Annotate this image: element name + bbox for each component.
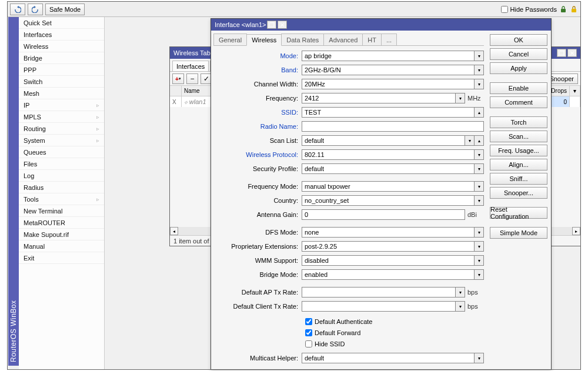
simple-mode-button[interactable]: Simple Mode [490,227,547,239]
ssid-input[interactable]: TEST [302,107,475,118]
close-icon[interactable]: ✕ [278,21,287,29]
collapse-icon[interactable]: ▴ [475,135,484,146]
dropdown-icon[interactable]: ▾ [475,227,484,238]
dropdown-icon[interactable]: ▾ [475,353,484,363]
tab-ht[interactable]: HT [362,34,382,45]
sidebar-item-quick-set[interactable]: Quick Set [19,17,104,29]
mcast-input[interactable]: default [302,353,475,363]
comment-button[interactable]: Comment [490,96,547,108]
hide-passwords-checkbox[interactable]: Hide Passwords [501,6,557,13]
col-flag[interactable] [170,86,182,96]
dropdown-icon[interactable]: ▾ [475,163,484,174]
cancel-button[interactable]: Cancel [490,48,547,60]
country-input[interactable]: no_country_set [302,195,475,206]
sidebar-item-routing[interactable]: Routing▹ [19,123,104,135]
remove-button[interactable]: − [186,73,198,84]
bridge-input[interactable]: enabled [302,269,475,280]
dropdown-icon[interactable]: ▾ [456,93,465,103]
scroll-right-icon[interactable]: ▸ [572,227,580,235]
sec-input[interactable]: default [302,163,475,174]
scan-input[interactable]: default [302,135,465,146]
wireless-form: Mode:ap bridge▾ Band:2GHz-B/G/N▾ Channel… [213,46,484,367]
add-button[interactable]: +▾ [172,73,184,84]
sidebar-item-make-supout[interactable]: Make Supout.rif [19,229,104,240]
safe-mode-button[interactable]: Safe Mode [45,4,85,15]
sidebar-item-new-terminal[interactable]: New Terminal [19,205,104,217]
collapse-icon[interactable]: ▴ [475,107,484,118]
dialog-title-bar[interactable]: Interface <wlan1> ❐ ✕ [211,19,551,31]
apply-button[interactable]: Apply [490,62,547,74]
gain-input[interactable]: 0 [302,209,465,220]
mode-input[interactable]: ap bridge [302,51,475,61]
tab-wireless[interactable]: Wireless [246,34,282,46]
sidebar-item-exit[interactable]: Exit [19,252,104,264]
wmm-input[interactable]: disabled [302,255,475,266]
hide-ssid-checkbox[interactable] [305,340,312,347]
fmode-input[interactable]: manual txpower [302,181,475,192]
undo-button[interactable] [10,4,25,15]
freq-input[interactable]: 2412 [302,93,456,103]
sniff-button[interactable]: Sniff... [490,173,547,185]
enable-button[interactable]: Enable [490,82,547,94]
sidebar-item-log[interactable]: Log [19,170,104,182]
snooper-button[interactable]: Snooper... [490,187,547,199]
dfs-input[interactable]: none [302,227,475,238]
ok-button[interactable]: OK [490,34,547,46]
dropdown-icon[interactable]: ▾ [475,195,484,206]
sidebar-item-ip[interactable]: IP▹ [19,99,104,111]
tab-data-rates[interactable]: Data Rates [281,34,324,45]
sidebar-item-label: Routing [24,125,96,132]
dropdown-icon[interactable]: ▾ [475,241,484,252]
dropdown-icon[interactable]: ▾ [475,65,484,75]
radio-input[interactable] [302,121,484,132]
close-icon[interactable]: ✕ [567,49,577,57]
sidebar-item-tools[interactable]: Tools▹ [19,193,104,205]
sidebar-item-radius[interactable]: Radius [19,182,104,193]
dropdown-icon[interactable]: ▾ [475,181,484,192]
cltx-input[interactable] [302,301,456,312]
tab-general[interactable]: General [213,34,247,45]
sidebar-item-system[interactable]: System▹ [19,135,104,146]
hide-passwords-check[interactable] [501,6,508,13]
dropdown-icon[interactable]: ▾ [475,149,484,160]
sidebar-item-metarouter[interactable]: MetaROUTER [19,217,104,229]
expand-icon[interactable]: ▾ [456,301,465,312]
dropdown-icon[interactable]: ▾ [475,51,484,61]
col-sort-icon[interactable]: ▾ [570,86,580,96]
default-forward-checkbox[interactable] [305,329,312,336]
scan-button[interactable]: Scan... [490,131,547,142]
reset-configuration-button[interactable]: Reset Configuration [490,207,547,219]
default-authenticate-checkbox[interactable] [305,318,312,325]
sidebar-item-ppp[interactable]: PPP [19,64,104,76]
tab-more[interactable]: ... [381,34,397,45]
prop-input[interactable]: post-2.9.25 [302,241,475,252]
expand-icon[interactable]: ▾ [456,287,465,298]
sidebar-item-mpls[interactable]: MPLS▹ [19,111,104,123]
sidebar-item-mesh[interactable]: Mesh [19,88,104,99]
dropdown-icon[interactable]: ▾ [475,269,484,280]
restore-icon[interactable]: ❐ [267,21,276,29]
sidebar-item-manual[interactable]: Manual [19,240,104,252]
restore-icon[interactable]: ❐ [557,49,566,57]
sidebar-item-label: Interfaces [24,31,99,38]
tab-interfaces[interactable]: Interfaces [172,61,209,71]
sidebar-item-interfaces[interactable]: Interfaces [19,29,104,41]
chwidth-input[interactable]: 20MHz [302,79,475,89]
scroll-left-icon[interactable]: ◂ [170,227,178,235]
proto-input[interactable]: 802.11 [302,149,475,160]
redo-button[interactable] [28,4,43,15]
sidebar-item-queues[interactable]: Queues [19,146,104,158]
sidebar-item-bridge[interactable]: Bridge [19,52,104,64]
align-button[interactable]: Align... [490,159,547,171]
sidebar-item-wireless[interactable]: Wireless [19,41,104,52]
dropdown-icon[interactable]: ▾ [475,255,484,266]
dropdown-icon[interactable]: ▾ [465,135,475,146]
freq-usage-button[interactable]: Freq. Usage... [490,145,547,156]
torch-button[interactable]: Torch [490,116,547,128]
tab-advanced[interactable]: Advanced [323,34,363,45]
sidebar-item-switch[interactable]: Switch [19,76,104,88]
band-input[interactable]: 2GHz-B/G/N [302,65,475,75]
sidebar-item-files[interactable]: Files [19,158,104,170]
aptx-input[interactable] [302,287,456,298]
dropdown-icon[interactable]: ▾ [475,79,484,89]
